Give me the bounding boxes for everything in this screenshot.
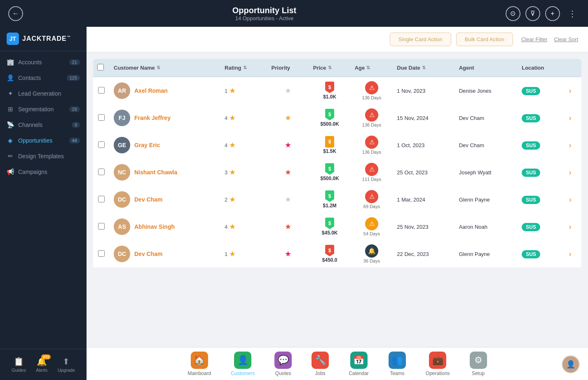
rating-star-filled: ★	[229, 168, 236, 177]
due-date-cell: 1 Mar, 2024	[393, 186, 454, 213]
user-avatar-corner[interactable]: 👤	[562, 355, 580, 373]
opportunities-badge: 44	[69, 138, 80, 143]
due-date-cell: 1 Nov, 2023	[393, 77, 454, 104]
add-button[interactable]: +	[545, 6, 560, 21]
customer-name-cell: DC Dev Cham	[110, 186, 220, 213]
row-nav-cell: ›	[565, 213, 581, 240]
location-cell: SUS	[518, 131, 565, 159]
header-rating[interactable]: Rating ⇅	[220, 59, 267, 77]
row-chevron-icon[interactable]: ›	[569, 168, 572, 176]
back-button[interactable]: ←	[8, 6, 23, 21]
row-chevron-icon[interactable]: ›	[569, 114, 572, 122]
sidebar-item-design-templates[interactable]: ✏ Design Templates	[0, 148, 87, 164]
customer-name[interactable]: Dev Cham	[134, 251, 162, 257]
row-chevron-icon[interactable]: ›	[569, 195, 572, 204]
guides-icon: 📋	[14, 357, 24, 366]
opportunities-icon: ◈	[7, 137, 14, 144]
row-checkbox[interactable]	[98, 114, 105, 121]
sidebar-item-segmentation[interactable]: ⊞ Segmentation 29	[0, 101, 87, 117]
due-date-value: 25 Nov, 2023	[397, 224, 428, 230]
header-customer-name[interactable]: Customer Name ⇅	[110, 59, 220, 77]
row-checkbox[interactable]	[98, 250, 105, 257]
guides-button[interactable]: 📋 Guides	[12, 357, 26, 373]
nav-teams[interactable]: 👥 Teams	[379, 348, 416, 380]
upgrade-button[interactable]: ⬆ Upgrade	[58, 357, 75, 373]
guides-label: Guides	[12, 368, 26, 373]
customer-name[interactable]: Axel Roman	[134, 87, 168, 94]
bulk-card-action-button[interactable]: Bulk Card Action	[456, 33, 513, 46]
location-badge: SUS	[522, 250, 540, 258]
price-cell: $ $450.0	[309, 240, 351, 267]
nav-calendar[interactable]: 📅 Calendar	[339, 348, 379, 380]
price-value: $500.0K	[321, 176, 339, 181]
nav-setup[interactable]: ⚙ Setup	[460, 348, 497, 380]
rating-star-filled: ★	[229, 113, 236, 122]
age-icon: ⚠	[365, 190, 378, 203]
location-cell: SUS	[518, 186, 565, 213]
age-cell: ⚠ 111 Days	[351, 159, 393, 186]
row-chevron-icon[interactable]: ›	[569, 87, 572, 95]
sidebar: JT JACKTRADE™ 🏢 Accounts 21 👤 Contacts 1…	[0, 27, 87, 380]
due-date-value: 1 Nov, 2023	[397, 88, 425, 94]
header-priority: Priority	[267, 59, 309, 77]
avatar: AS	[114, 218, 130, 235]
sidebar-item-accounts[interactable]: 🏢 Accounts 21	[0, 54, 87, 70]
row-chevron-icon[interactable]: ›	[569, 223, 572, 231]
toolbar-links: Clear Filter Clear Sort	[521, 36, 578, 42]
mainboard-label: Mainboard	[187, 371, 211, 376]
row-checkbox[interactable]	[98, 223, 105, 230]
avatar: AR	[114, 82, 130, 99]
price-value: $500.0K	[321, 121, 339, 127]
nav-mainboard[interactable]: 🏠 Mainboard	[178, 348, 221, 380]
channels-badge: 9	[72, 122, 80, 128]
price-icon-red: $	[325, 82, 334, 93]
due-date-value: 1 Mar, 2024	[397, 197, 425, 203]
location-cell: SUS	[518, 104, 565, 131]
row-chevron-icon[interactable]: ›	[569, 250, 572, 258]
location-badge: SUS	[522, 223, 540, 231]
row-checkbox[interactable]	[98, 141, 105, 148]
priority-label: Priority	[272, 65, 290, 71]
customer-name[interactable]: Dev Cham	[134, 196, 162, 203]
header-due-date[interactable]: Due Date ⇅	[393, 59, 454, 77]
header-agent: Agent	[455, 59, 518, 77]
price-cell-content: $ $1.2M	[313, 190, 347, 209]
nav-operations[interactable]: 💼 Operations	[416, 348, 460, 380]
sidebar-item-contacts[interactable]: 👤 Contacts 125	[0, 70, 87, 86]
row-checkbox[interactable]	[98, 87, 105, 94]
header-price[interactable]: Price ⇅	[309, 59, 351, 77]
nav-quotes[interactable]: 💬 Quotes	[265, 348, 302, 380]
row-chevron-icon[interactable]: ›	[569, 141, 572, 149]
age-value: 36 Days	[363, 258, 380, 263]
nav-jobs[interactable]: 🔧 Jobs	[302, 348, 339, 380]
sidebar-item-channels[interactable]: 📡 Channels 9	[0, 117, 87, 133]
lead-generation-icon: ✦	[7, 90, 14, 97]
search-button[interactable]: ⊙	[506, 6, 520, 21]
price-cell-content: $ $1.0K	[313, 82, 347, 100]
nav-customers[interactable]: 👤 Customers	[221, 348, 265, 380]
sidebar-item-opportunities[interactable]: ◈ Opportunities 44	[0, 133, 87, 148]
select-all-checkbox[interactable]	[97, 64, 104, 70]
customer-name[interactable]: Nishant Chawla	[134, 169, 177, 176]
row-checkbox[interactable]	[98, 169, 105, 175]
single-card-action-button[interactable]: Single Card Action	[390, 33, 451, 46]
customer-name[interactable]: Gray Eric	[134, 142, 160, 148]
table-header-row: Customer Name ⇅ Rating ⇅ Priority	[93, 59, 581, 77]
sidebar-item-lead-generation[interactable]: ✦ Lead Generation	[0, 86, 87, 101]
logo-icon: JT	[7, 33, 19, 45]
age-cell: ⚠ 54 Days	[351, 213, 393, 240]
contacts-icon: 👤	[7, 74, 14, 82]
rating-cell: 1★	[220, 77, 267, 104]
clear-filter-link[interactable]: Clear Filter	[521, 36, 548, 42]
row-nav-cell: ›	[565, 131, 581, 159]
table-row: AR Axel Roman 1★ ★ $ $1.0K ⚠ 136 Days 1 …	[93, 77, 581, 104]
filter-button[interactable]: ⊽	[525, 6, 540, 21]
customer-name[interactable]: Frank Jeffrey	[134, 115, 171, 121]
alerts-button[interactable]: 🔔 271 Alerts	[36, 357, 47, 373]
sidebar-item-campaigns[interactable]: 📢 Campaigns	[0, 164, 87, 180]
more-button[interactable]: ⋮	[565, 6, 580, 21]
clear-sort-link[interactable]: Clear Sort	[554, 36, 578, 42]
customer-name[interactable]: Abhinav Singh	[134, 223, 175, 230]
header-age[interactable]: Age ⇅	[351, 59, 393, 77]
row-checkbox[interactable]	[98, 196, 105, 202]
